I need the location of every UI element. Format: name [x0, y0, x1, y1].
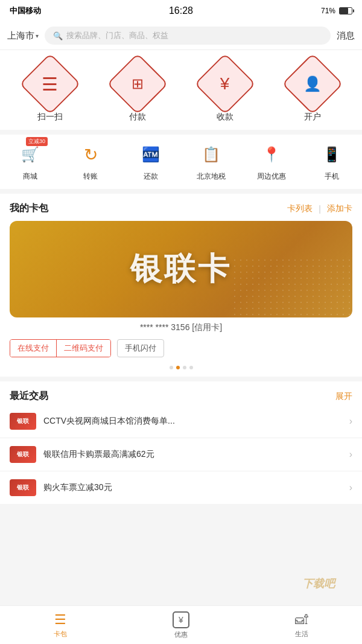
scan-label: 扫一扫	[37, 112, 63, 123]
nav-item-life[interactable]: 🛋 生活	[241, 606, 362, 644]
main-icon-collect[interactable]: ¥ 收款	[201, 60, 249, 123]
bank-card[interactable]: 银联卡	[10, 221, 352, 317]
location-button[interactable]: 上海市 ▾	[7, 30, 39, 42]
tax-label: 北京地税	[197, 171, 226, 182]
scan-symbol: ☰	[42, 74, 58, 95]
tax-icon-box: 📋	[197, 141, 225, 168]
sec-icon-transfer[interactable]: ↻ 转账	[60, 141, 121, 182]
card-pattern	[232, 257, 352, 317]
repay-icon-box: 🏧	[137, 141, 165, 168]
mall-icon: 🛒	[21, 146, 39, 163]
scan-diamond: ☰	[26, 60, 74, 108]
message-button[interactable]: 消息	[337, 30, 355, 42]
offers-nav-icon: ¥	[173, 611, 189, 628]
time: 16:28	[169, 5, 193, 16]
transfer-label: 转账	[83, 171, 98, 182]
expand-button[interactable]: 展开	[335, 391, 352, 402]
pay-symbol: ⊞	[132, 75, 144, 92]
nav-item-wallet[interactable]: ☰ 卡包	[0, 606, 121, 644]
wallet-nav-label: 卡包	[54, 630, 67, 639]
mall-icon-box: 🛒 立减30	[16, 141, 44, 168]
phone-label: 手机	[325, 171, 339, 182]
sec-icon-mall[interactable]: 🛒 立减30 商城	[0, 141, 60, 182]
search-placeholder: 搜索品牌、门店、商品、权益	[66, 30, 168, 41]
online-pay-button[interactable]: 在线支付	[10, 340, 57, 357]
flash-pay-button[interactable]: 手机闪付	[117, 339, 164, 357]
card-section-header: 我的卡包 卡列表 | 添加卡	[0, 194, 362, 221]
card-section: 我的卡包 卡列表 | 添加卡 银联卡 **** **** 3156 [信用卡] …	[0, 194, 362, 377]
bank-card-name: 银联卡	[130, 248, 232, 290]
card-slider[interactable]: 银联卡	[0, 221, 362, 317]
main-icons-row: ☰ 扫一扫 ⊞ 付款 ¥ 收款 👤 开户	[0, 50, 362, 130]
sec-icon-tax[interactable]: 📋 北京地税	[181, 141, 241, 182]
search-bar[interactable]: 🔍 搜索品牌、门店、商品、权益	[45, 27, 331, 45]
pay-diamond: ⊞	[113, 60, 162, 108]
nav-item-offers[interactable]: ¥ 优惠	[121, 606, 241, 644]
transaction-item[interactable]: 银联 CCTV央视网商城日本馆消费每单... ›	[0, 405, 362, 438]
carrier: 中国移动	[10, 5, 41, 16]
repay-icon: 🏧	[142, 146, 160, 163]
open-label: 开户	[304, 112, 321, 123]
payment-buttons: 在线支付 二维码支付 手机闪付	[0, 336, 362, 363]
transaction-text-2: 银联信用卡购票最高满减62元	[43, 449, 349, 460]
dot-2	[176, 366, 180, 369]
location-label: 上海市	[7, 30, 34, 42]
collect-symbol: ¥	[220, 74, 230, 94]
recent-title: 最近交易	[10, 390, 48, 403]
sec-icon-phone[interactable]: 📱 手机	[302, 141, 362, 182]
transaction-text-3: 购火车票立减30元	[43, 482, 349, 493]
watermark: 下载吧	[275, 566, 362, 602]
battery-icon	[339, 7, 352, 14]
collect-label: 收款	[217, 112, 233, 123]
nearby-icon: 📍	[262, 146, 281, 163]
transaction-text-1: CCTV央视网商城日本馆消费每单...	[43, 416, 349, 427]
collect-diamond: ¥	[201, 60, 249, 108]
transfer-icon-box: ↻	[77, 141, 104, 168]
dot-1	[170, 366, 173, 369]
card-number: **** **** 3156	[140, 322, 190, 332]
repay-label: 还款	[144, 171, 158, 182]
main-icon-pay[interactable]: ⊞ 付款	[113, 60, 162, 123]
pay-label: 付款	[129, 112, 146, 123]
divider: |	[319, 204, 321, 214]
card-type: [信用卡]	[192, 322, 222, 332]
search-icon: 🔍	[53, 31, 63, 40]
watermark-text: 下载吧	[302, 576, 335, 591]
tax-icon: 📋	[202, 146, 220, 163]
main-icon-open[interactable]: 👤 开户	[288, 60, 337, 123]
phone-icon-box: 📱	[318, 141, 346, 168]
life-nav-label: 生活	[295, 630, 308, 639]
nearby-label: 周边优惠	[257, 171, 286, 182]
bottom-nav: ☰ 卡包 ¥ 优惠 🛋 生活	[0, 605, 362, 644]
card-section-title: 我的卡包	[10, 202, 48, 215]
sec-icon-repay[interactable]: 🏧 还款	[121, 141, 181, 182]
secondary-icons-row: 🛒 立减30 商城 ↻ 转账 🏧 还款 📋 北京地税 📍 周边优惠 📱 手机	[0, 135, 362, 189]
union-pay-logo-1: 银联	[10, 413, 36, 430]
main-icon-scan[interactable]: ☰ 扫一扫	[26, 60, 74, 123]
dot-3	[183, 366, 186, 369]
arrow-icon-1: ›	[349, 416, 352, 427]
header: 上海市 ▾ 🔍 搜索品牌、门店、商品、权益 消息	[0, 22, 362, 50]
add-card-link[interactable]: 添加卡	[327, 203, 352, 214]
union-pay-logo-3: 银联	[10, 479, 36, 496]
phone-icon: 📱	[323, 146, 341, 163]
card-info: **** **** 3156 [信用卡]	[0, 317, 362, 336]
recent-header: 最近交易 展开	[0, 381, 362, 405]
battery-percent: 71%	[321, 7, 335, 15]
sec-icon-nearby[interactable]: 📍 周边优惠	[241, 141, 302, 182]
union-pay-logo-2: 银联	[10, 446, 36, 463]
dot-4	[189, 366, 193, 369]
battery-area: 71%	[321, 7, 352, 15]
transaction-item-2[interactable]: 银联 银联信用卡购票最高满减62元 ›	[0, 438, 362, 471]
offers-nav-label: 优惠	[174, 630, 188, 639]
open-diamond: 👤	[288, 60, 337, 108]
qr-pay-button[interactable]: 二维码支付	[57, 340, 110, 357]
chevron-down-icon: ▾	[36, 33, 39, 39]
status-bar: 中国移动 16:28 71%	[0, 0, 362, 22]
nearby-icon-box: 📍	[258, 141, 285, 168]
arrow-icon-3: ›	[349, 482, 352, 493]
card-list-link[interactable]: 卡列表	[287, 203, 313, 214]
transaction-item-3[interactable]: 银联 购火车票立减30元 ›	[0, 471, 362, 504]
card-actions: 卡列表 | 添加卡	[287, 203, 352, 214]
transfer-icon: ↻	[84, 145, 98, 165]
